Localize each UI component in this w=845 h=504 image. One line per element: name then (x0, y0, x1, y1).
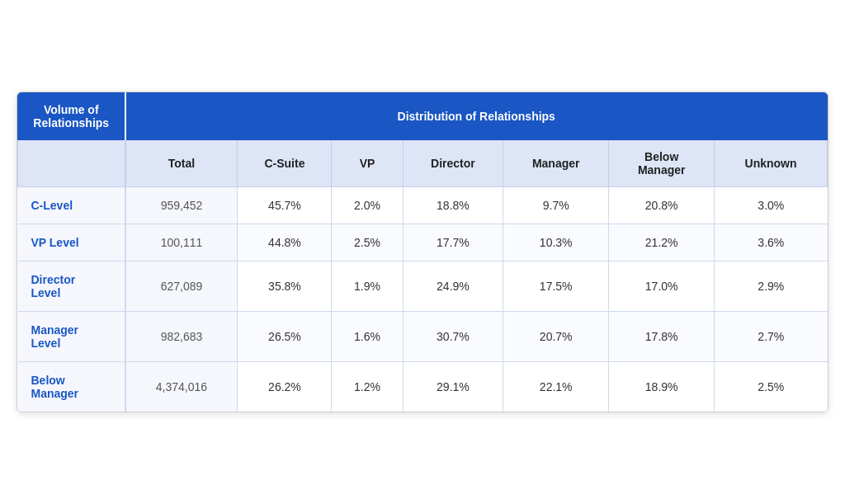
row-label-cell: C-Level (18, 187, 125, 224)
total-subheader: Total (125, 140, 238, 187)
table-row: Below Manager4,374,01626.2%1.2%29.1%22.1… (18, 362, 828, 412)
relationships-table: Volume of Relationships Distribution of … (17, 92, 828, 412)
total-cell: 100,111 (125, 224, 238, 261)
director-cell: 29.1% (403, 362, 503, 412)
table-row: Director Level627,08935.8%1.9%24.9%17.5%… (18, 261, 828, 312)
csuite-cell: 35.8% (238, 261, 332, 312)
main-table-wrapper: Volume of Relationships Distribution of … (17, 92, 828, 412)
unknown-cell: 3.0% (715, 187, 828, 224)
row-label-cell: Below Manager (18, 362, 125, 412)
csuite-subheader: C-Suite (238, 140, 332, 187)
manager-subheader: Manager (503, 140, 609, 187)
csuite-cell: 26.5% (238, 312, 332, 362)
total-cell: 627,089 (125, 261, 238, 312)
table-row: VP Level100,11144.8%2.5%17.7%10.3%21.2%3… (18, 224, 828, 261)
volume-header: Volume of Relationships (18, 93, 125, 140)
manager-cell: 9.7% (503, 187, 609, 224)
manager-cell: 22.1% (503, 362, 609, 412)
row-label-cell: VP Level (18, 224, 125, 261)
director-cell: 24.9% (403, 261, 503, 312)
manager-cell: 20.7% (503, 312, 609, 362)
distribution-header: Distribution of Relationships (125, 93, 828, 140)
director-subheader: Director (403, 140, 503, 187)
total-cell: 4,374,016 (125, 362, 238, 412)
unknown-cell: 3.6% (715, 224, 828, 261)
total-cell: 982,683 (125, 312, 238, 362)
unknown-cell: 2.5% (715, 362, 828, 412)
total-cell: 959,452 (125, 187, 238, 224)
manager-cell: 10.3% (503, 224, 609, 261)
below_manager-cell: 17.8% (609, 312, 715, 362)
empty-subheader (18, 140, 125, 187)
row-label-cell: Manager Level (18, 312, 125, 362)
table-row: C-Level959,45245.7%2.0%18.8%9.7%20.8%3.0… (18, 187, 828, 224)
vp-cell: 1.6% (332, 312, 403, 362)
csuite-cell: 26.2% (238, 362, 332, 412)
table-row: Manager Level982,68326.5%1.6%30.7%20.7%1… (18, 312, 828, 362)
unknown-cell: 2.9% (715, 261, 828, 312)
unknown-subheader: Unknown (715, 140, 828, 187)
director-cell: 17.7% (403, 224, 503, 261)
csuite-cell: 44.8% (238, 224, 332, 261)
vp-cell: 1.2% (332, 362, 403, 412)
sub-header-row: Total C-Suite VP Director Manager Below … (18, 140, 828, 187)
below_manager-cell: 18.9% (609, 362, 715, 412)
unknown-cell: 2.7% (715, 312, 828, 362)
table-body: C-Level959,45245.7%2.0%18.8%9.7%20.8%3.0… (18, 187, 828, 412)
below_manager-cell: 17.0% (609, 261, 715, 312)
below-manager-subheader: Below Manager (609, 140, 715, 187)
vp-cell: 2.0% (332, 187, 403, 224)
vp-cell: 1.9% (332, 261, 403, 312)
below_manager-cell: 21.2% (609, 224, 715, 261)
vp-cell: 2.5% (332, 224, 403, 261)
manager-cell: 17.5% (503, 261, 609, 312)
row-label-cell: Director Level (18, 261, 125, 312)
vp-subheader: VP (332, 140, 403, 187)
director-cell: 18.8% (403, 187, 503, 224)
csuite-cell: 45.7% (238, 187, 332, 224)
below_manager-cell: 20.8% (609, 187, 715, 224)
director-cell: 30.7% (403, 312, 503, 362)
top-header-row: Volume of Relationships Distribution of … (18, 93, 828, 140)
